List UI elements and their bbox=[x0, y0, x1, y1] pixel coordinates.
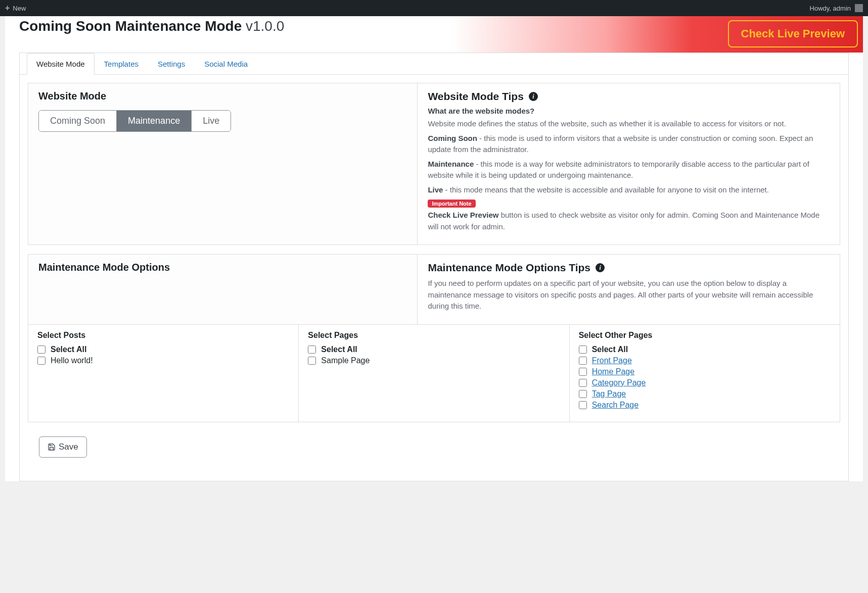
tips-maintenance: Maintenance - this mode is a way for web… bbox=[428, 159, 830, 181]
list-item[interactable]: Hello world! bbox=[37, 356, 289, 365]
tab-templates[interactable]: Templates bbox=[95, 53, 148, 75]
options-tips: Maintenance Mode Options Tips i If you n… bbox=[418, 255, 840, 324]
options-left: Maintenance Mode Options bbox=[28, 255, 418, 324]
list-item[interactable]: Search Page bbox=[579, 401, 831, 410]
options-panel: Maintenance Mode Options Maintenance Mod… bbox=[28, 254, 840, 324]
list-item[interactable]: Front Page bbox=[579, 356, 831, 365]
avatar bbox=[855, 4, 863, 12]
select-pages-all-checkbox[interactable] bbox=[308, 345, 316, 354]
page-label: Sample Page bbox=[321, 356, 370, 365]
plus-icon: + bbox=[5, 4, 10, 13]
other-link-category-page[interactable]: Category Page bbox=[592, 378, 646, 387]
options-title: Maintenance Mode Options bbox=[38, 262, 407, 273]
save-button[interactable]: Save bbox=[39, 436, 87, 458]
mode-live-button[interactable]: Live bbox=[191, 111, 231, 131]
options-tips-title-text: Maintenance Mode Options Tips bbox=[428, 262, 590, 274]
other-link-home-page[interactable]: Home Page bbox=[592, 367, 635, 376]
post-checkbox[interactable] bbox=[37, 357, 45, 365]
select-other-all-checkbox[interactable] bbox=[579, 345, 587, 354]
other-checkbox[interactable] bbox=[579, 357, 587, 365]
select-pages-all[interactable]: Select All bbox=[308, 345, 560, 354]
tips-question: What are the website modes? bbox=[428, 107, 830, 115]
select-row: Select Posts Select All Hello world! Sel… bbox=[28, 324, 840, 422]
website-mode-tips: Website Mode Tips i What are the website… bbox=[418, 83, 840, 244]
admin-bar-new-label: New bbox=[13, 5, 26, 12]
page-header: Coming Soon Maintenance Mode v1.0.0 Chec… bbox=[5, 16, 863, 53]
tips-mn-text: - this mode is a way for website adminis… bbox=[428, 160, 809, 180]
select-pages-heading: Select Pages bbox=[308, 331, 560, 340]
page-version: v1.0.0 bbox=[246, 18, 284, 34]
website-mode-left: Website Mode Coming Soon Maintenance Liv… bbox=[28, 83, 418, 244]
tab-social-media[interactable]: Social Media bbox=[195, 53, 257, 75]
mode-button-group: Coming Soon Maintenance Live bbox=[38, 110, 231, 132]
mode-maintenance-button[interactable]: Maintenance bbox=[116, 111, 191, 131]
tips-note: Check Live Preview button is used to che… bbox=[428, 210, 830, 232]
select-other-all-label: Select All bbox=[592, 345, 628, 354]
select-posts-col: Select Posts Select All Hello world! bbox=[28, 325, 298, 422]
select-other-all[interactable]: Select All bbox=[579, 345, 831, 354]
options-tips-text: If you need to perform updates on a spec… bbox=[428, 278, 830, 312]
tips-live: Live - this mode means that the website … bbox=[428, 184, 830, 196]
tips-lv-label: Live bbox=[428, 185, 443, 194]
other-checkbox[interactable] bbox=[579, 379, 587, 387]
tips-coming-soon: Coming Soon - this mode is used to infor… bbox=[428, 133, 830, 156]
check-live-preview-button[interactable]: Check Live Preview bbox=[728, 20, 858, 47]
select-pages-all-label: Select All bbox=[321, 345, 357, 354]
page-wrap: Coming Soon Maintenance Mode v1.0.0 Chec… bbox=[5, 16, 863, 481]
tips-cs-text: - this mode is used to inform visitors t… bbox=[428, 134, 813, 154]
other-link-search-page[interactable]: Search Page bbox=[592, 401, 639, 410]
save-button-label: Save bbox=[59, 442, 78, 452]
save-icon bbox=[48, 443, 56, 451]
post-label: Hello world! bbox=[51, 356, 93, 365]
tips-intro: Website mode defines the status of the w… bbox=[428, 118, 830, 130]
select-posts-all-checkbox[interactable] bbox=[37, 345, 45, 354]
admin-bar-new[interactable]: + New bbox=[5, 4, 26, 13]
website-mode-title: Website Mode bbox=[38, 90, 407, 102]
tabs-container: Website Mode Templates Settings Social M… bbox=[19, 53, 849, 481]
tips-cs-label: Coming Soon bbox=[428, 134, 477, 142]
tab-settings[interactable]: Settings bbox=[148, 53, 195, 75]
mode-coming-soon-button[interactable]: Coming Soon bbox=[39, 111, 116, 131]
page-checkbox[interactable] bbox=[308, 357, 316, 365]
select-posts-heading: Select Posts bbox=[37, 331, 289, 340]
tab-panel: Website Mode Coming Soon Maintenance Liv… bbox=[20, 75, 848, 481]
other-checkbox[interactable] bbox=[579, 368, 587, 376]
tabs: Website Mode Templates Settings Social M… bbox=[20, 53, 848, 75]
select-other-col: Select Other Pages Select All Front Page… bbox=[569, 325, 840, 422]
admin-bar-user[interactable]: Howdy, admin bbox=[810, 4, 863, 12]
select-other-heading: Select Other Pages bbox=[579, 331, 831, 340]
admin-bar-howdy: Howdy, admin bbox=[810, 5, 851, 12]
other-checkbox[interactable] bbox=[579, 390, 587, 398]
select-posts-all[interactable]: Select All bbox=[37, 345, 289, 354]
tips-note-strong: Check Live Preview bbox=[428, 211, 498, 219]
page-title-text: Coming Soon Maintenance Mode bbox=[19, 18, 242, 34]
other-link-front-page[interactable]: Front Page bbox=[592, 356, 632, 365]
tab-website-mode[interactable]: Website Mode bbox=[27, 53, 95, 75]
admin-bar: + New Howdy, admin bbox=[0, 0, 868, 16]
list-item[interactable]: Sample Page bbox=[308, 356, 560, 365]
important-note-badge: Important Note bbox=[428, 200, 475, 208]
list-item[interactable]: Tag Page bbox=[579, 389, 831, 399]
page-title: Coming Soon Maintenance Mode v1.0.0 bbox=[19, 16, 284, 34]
website-mode-panel: Website Mode Coming Soon Maintenance Liv… bbox=[28, 83, 840, 245]
options-tips-title: Maintenance Mode Options Tips i bbox=[428, 262, 830, 274]
select-pages-col: Select Pages Select All Sample Page bbox=[298, 325, 569, 422]
tips-lv-text: - this mode means that the website is ac… bbox=[443, 185, 769, 194]
tips-mn-label: Maintenance bbox=[428, 160, 474, 168]
website-mode-tips-title: Website Mode Tips i bbox=[428, 90, 830, 103]
other-checkbox[interactable] bbox=[579, 401, 587, 409]
info-icon: i bbox=[596, 263, 605, 272]
other-link-tag-page[interactable]: Tag Page bbox=[592, 389, 626, 399]
tips-title-text: Website Mode Tips bbox=[428, 90, 523, 103]
select-posts-all-label: Select All bbox=[51, 345, 86, 354]
info-icon: i bbox=[529, 92, 538, 101]
list-item[interactable]: Home Page bbox=[579, 367, 831, 376]
list-item[interactable]: Category Page bbox=[579, 378, 831, 387]
